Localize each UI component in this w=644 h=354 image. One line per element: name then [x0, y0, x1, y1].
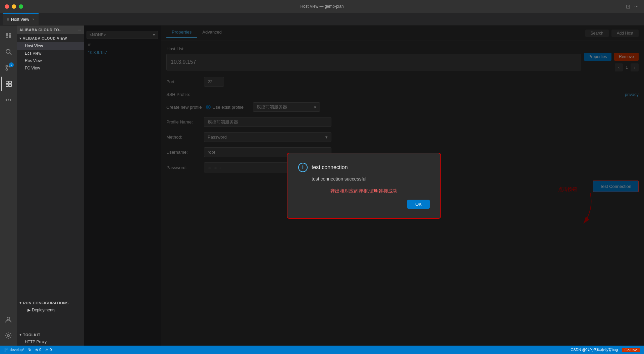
sidebar-item-host-view[interactable]: Host View	[17, 42, 84, 50]
modal-actions: OK	[298, 200, 430, 209]
traffic-lights	[0, 4, 23, 9]
chevron-down-icon: ▾	[19, 37, 21, 40]
title-bar: Host View — gemp-plan ⊡ ···	[0, 0, 644, 13]
activity-bottom	[1, 312, 16, 346]
svg-rect-10	[9, 81, 11, 84]
svg-point-14	[7, 317, 10, 320]
svg-line-5	[10, 53, 11, 55]
status-right: CSDN @我的代码永远有bug Go Live	[571, 347, 640, 352]
activity-account[interactable]	[1, 312, 16, 327]
sidebar-item-label: FC View	[25, 66, 40, 70]
sidebar-plugin-header: ALIBABA CLOUD TO...	[19, 28, 63, 32]
info-icon: i	[298, 163, 308, 172]
minimize-traffic-light[interactable]	[12, 4, 16, 9]
activity-explorer[interactable]	[1, 28, 16, 43]
source-control-badge: 2	[9, 62, 14, 67]
split-editor-icon[interactable]: ⊡	[626, 3, 630, 10]
sidebar-item-deployments[interactable]: ▶ Deployments	[17, 306, 84, 314]
sidebar-item-label: Host View	[25, 44, 43, 48]
sidebar-item-fc-view[interactable]: FC View	[17, 64, 84, 72]
modal-title-row: i test connection	[298, 163, 430, 172]
svg-point-6	[6, 65, 8, 67]
svg-point-19	[5, 351, 6, 352]
sidebar: ALIBABA CLOUD TO... ··· ▾ ALIBABA CLOUD …	[17, 26, 84, 346]
svg-point-15	[7, 335, 9, 337]
chevron-right-icon-deploy: ▶	[28, 308, 31, 312]
sidebar-toolkit-label: TOOLKIT	[23, 333, 41, 337]
main-layout: 2	[0, 26, 644, 346]
activity-bar: 2	[0, 26, 17, 346]
svg-point-4	[6, 49, 10, 53]
sidebar-item-ros-view[interactable]: Ros View	[17, 57, 84, 64]
sidebar-run-label: RUN CONFIGURATIONS	[23, 301, 69, 305]
git-branch-icon[interactable]: develop*	[4, 348, 24, 352]
modal-message: test connection successful	[312, 176, 430, 182]
sidebar-item-label: Ecs View	[25, 51, 41, 56]
chevron-right-icon: ▾	[19, 301, 22, 305]
go-live-button[interactable]: Go Live	[622, 348, 640, 352]
more-actions-icon[interactable]: ···	[634, 3, 639, 10]
tab-host-view[interactable]: ≡ Host View ×	[3, 13, 39, 25]
tab-bar: ≡ Host View ×	[0, 13, 644, 26]
errors-indicator[interactable]: ⊗ 0	[35, 348, 41, 352]
modal-ok-button[interactable]: OK	[407, 200, 430, 209]
sidebar-alibaba-label: ALIBABA CLOUD VIEW	[23, 36, 67, 40]
sidebar-more-icon[interactable]: ···	[78, 28, 81, 32]
branch-name: develop*	[10, 348, 24, 352]
svg-rect-11	[6, 84, 8, 87]
svg-point-8	[6, 69, 8, 70]
content-area: <NONE> ▾ IP 10.3.9.157 Properties Advanc…	[84, 26, 644, 346]
csdn-link[interactable]: CSDN @我的代码永远有bug	[571, 347, 618, 352]
tab-label: Host View	[11, 17, 29, 22]
maximize-traffic-light[interactable]	[19, 4, 23, 9]
modal-note: 弹出相对应的弹框,证明连接成功	[298, 188, 430, 194]
sidebar-toolkit-section[interactable]: ▾ TOOLKIT	[17, 330, 84, 338]
modal-dialog: i test connection test connection succes…	[287, 153, 441, 219]
status-bar: develop* ↻ ⊗ 0 ⚠ 0 CSDN @我的代码永远有bug Go L…	[0, 346, 644, 354]
sidebar-deployments-label: Deployments	[32, 308, 55, 312]
svg-line-13	[8, 99, 9, 101]
svg-point-17	[5, 349, 6, 350]
svg-rect-0	[6, 33, 8, 36]
tab-icon: ≡	[7, 17, 9, 22]
sidebar-item-http-proxy[interactable]: HTTP Proxy	[17, 338, 84, 346]
activity-remote[interactable]	[1, 93, 16, 107]
close-traffic-light[interactable]	[5, 4, 9, 9]
sidebar-http-proxy-label: HTTP Proxy	[25, 340, 47, 344]
modal-overlay: i test connection test connection succes…	[84, 26, 644, 346]
modal-title: test connection	[312, 164, 348, 170]
sidebar-run-section[interactable]: ▾ RUN CONFIGURATIONS	[17, 298, 84, 306]
activity-search[interactable]	[1, 44, 16, 59]
sync-icon[interactable]: ↻	[28, 348, 31, 352]
sidebar-item-ecs-view[interactable]: Ecs View	[17, 50, 84, 57]
sidebar-item-label: Ros View	[25, 58, 42, 63]
svg-rect-1	[9, 33, 11, 35]
activity-plugin[interactable]	[1, 77, 16, 91]
status-left: develop* ↻ ⊗ 0 ⚠ 0	[4, 348, 52, 352]
activity-source-control[interactable]: 2	[1, 60, 16, 75]
svg-rect-2	[9, 35, 11, 38]
warnings-indicator[interactable]: ⚠ 0	[45, 348, 52, 352]
sidebar-alibaba-section[interactable]: ▾ ALIBABA CLOUD VIEW	[17, 34, 84, 42]
window-title: Host View — gemp-plan	[300, 4, 343, 9]
svg-rect-3	[6, 37, 8, 38]
tab-close-icon[interactable]: ×	[33, 17, 35, 21]
svg-rect-9	[6, 81, 8, 84]
activity-settings[interactable]	[1, 328, 16, 343]
svg-rect-12	[9, 84, 11, 87]
chevron-down-icon-toolkit: ▾	[19, 333, 22, 337]
